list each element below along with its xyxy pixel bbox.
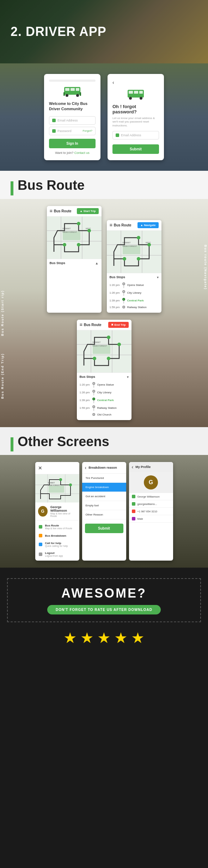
login-section: Welcome to City Bus Driver Community Ema… <box>0 63 208 171</box>
forgot-desc: Let us know your email address & we'll m… <box>112 117 159 127</box>
logout-icon <box>39 552 42 556</box>
svg-rect-10 <box>134 91 138 94</box>
svg-point-35 <box>137 257 140 261</box>
rate-button[interactable]: DON'T FORGET TO RATE US AFTER DOWNLOAD <box>47 605 161 614</box>
star-5[interactable]: ★ <box>131 629 145 647</box>
profile-info: George Williamson Map & live view of Rou… <box>50 505 77 517</box>
svg-point-22 <box>77 243 80 246</box>
bus-stops-label-2: Bus Stops <box>110 275 126 279</box>
reason-engine[interactable]: Engine breakdown <box>82 483 126 492</box>
stop-item: 1:59 pm Railway Station <box>80 404 129 412</box>
bus-stops-bar-2[interactable]: Bus Stops ▾ <box>107 273 161 281</box>
star-4[interactable]: ★ <box>114 629 128 647</box>
green-bar-2 <box>11 437 13 451</box>
start-trip-header: ≡ Bus Route ▲ Start Trip <box>47 206 102 217</box>
svg-rect-11 <box>139 91 143 94</box>
reason-fuel[interactable]: Empty fuel <box>82 501 126 510</box>
breakdown-submit-wrap: Submit <box>82 519 126 536</box>
chevron-down-icon[interactable]: ▲ <box>95 261 99 265</box>
navigate-map: SUMMIT VIEW FOREST WEST <box>107 231 161 273</box>
password-input[interactable]: Password Forgot? <box>49 127 96 135</box>
svg-rect-57 <box>49 486 64 493</box>
stop-item: 1:26 pm City Library <box>110 289 159 297</box>
email-icon <box>52 119 56 122</box>
star-3[interactable]: ★ <box>97 629 111 647</box>
svg-point-48 <box>107 357 110 360</box>
chevron-down-icon-3[interactable]: ▾ <box>127 375 129 379</box>
name-icon <box>132 495 135 498</box>
signin-button[interactable]: Sign In <box>49 139 96 148</box>
bus-stops-bar[interactable]: Bus Stops ▲ <box>47 259 102 267</box>
profile-name: George Williamson <box>50 505 77 512</box>
stop-dot <box>92 390 95 393</box>
end-trip-title: ≡ Bus Route <box>80 322 102 327</box>
profile-email-row: georgewilliams... <box>129 500 173 508</box>
navigate-button[interactable]: ▲ Navigate <box>137 222 159 228</box>
reason-accident[interactable]: Got an accident <box>82 492 126 501</box>
close-icon[interactable]: ✕ <box>38 465 42 471</box>
contact-link[interactable]: Contact us <box>74 151 90 155</box>
stop-dot <box>122 290 125 293</box>
back-icon-profile[interactable]: ‹ <box>132 464 134 470</box>
bus-route-title: Bus Route <box>18 178 85 193</box>
menu-item-breakdown[interactable]: Bus Breakdown <box>35 532 79 539</box>
breakdown-phone: ‹ Breakdown reason Tire Punctured Engine… <box>82 462 126 561</box>
drawer-phone: ✕ SUMMIT VIEW FOREST G George Williams <box>35 462 79 561</box>
end-trip-row: ≡ Bus Route ✖ End Trip <box>7 320 201 420</box>
bus-stops-label-3: Bus Stops <box>80 375 96 379</box>
menu-icon-3[interactable]: ≡ <box>80 322 82 327</box>
star-1[interactable]: ★ <box>63 629 77 647</box>
breakdown-title: Breakdown reason <box>88 466 117 469</box>
menu-item-call[interactable]: Call for help Quick calling for help <box>35 539 79 549</box>
profile-name-row: George Williamson <box>129 493 173 500</box>
stop-dot <box>92 405 95 408</box>
menu-icon-2[interactable]: ≡ <box>110 222 112 228</box>
back-icon-breakdown[interactable]: ‹ <box>85 465 87 470</box>
navigate-title: ≡ Bus Route <box>110 222 131 228</box>
menu-item-logout[interactable]: Logout Logout from app <box>35 549 79 559</box>
stop-dot <box>92 382 95 385</box>
bus-route-header: Bus Route <box>0 171 208 199</box>
profile-screen-title: My Profile <box>135 465 151 469</box>
top-screens-row: ≡ Bus Route ▲ Start Trip <box>7 206 201 313</box>
reason-other[interactable]: Other Reason <box>82 510 126 519</box>
stop-dot <box>122 306 125 308</box>
star-2[interactable]: ★ <box>80 629 94 647</box>
forgot-submit-button[interactable]: Submit <box>112 144 159 154</box>
route-section: Bus Route (Start rip) Bus route (Navigat… <box>0 199 208 427</box>
svg-rect-7 <box>80 92 81 96</box>
route-section-wrapper: Bus Route (Start rip) Bus route (Navigat… <box>0 199 208 427</box>
svg-text:SUMMIT: SUMMIT <box>92 341 101 343</box>
svg-point-13 <box>140 97 142 100</box>
drawer-header: ✕ <box>35 462 79 474</box>
chevron-down-icon-2[interactable]: ▾ <box>157 275 159 279</box>
back-arrow[interactable]: ‹ <box>112 80 159 85</box>
drawer-map-bg: SUMMIT VIEW FOREST <box>35 474 79 502</box>
contact-text: Want to join? Contact us <box>49 151 96 155</box>
menu-item-bus-route[interactable]: Bus Route Map & live view of Route <box>35 522 79 532</box>
start-trip-title: ≡ Bus Route <box>50 208 72 214</box>
svg-point-5 <box>76 94 79 97</box>
svg-text:SUMMIT: SUMMIT <box>48 482 55 484</box>
menu-item-content-call: Call for help Quick calling for help <box>45 542 68 547</box>
avatar: G <box>38 506 48 517</box>
menu-icon[interactable]: ≡ <box>50 208 53 214</box>
breakdown-submit-button[interactable]: Submit <box>85 524 123 533</box>
other-screens-bg: ✕ SUMMIT VIEW FOREST G George Williams <box>0 455 208 568</box>
stops-list-end: 1:20 pm Opera Statue 1:26 pm City Librar… <box>77 381 131 420</box>
svg-text:VIEW FOREST: VIEW FOREST <box>62 231 77 233</box>
bus-stops-bar-3[interactable]: Bus Stops ▾ <box>77 373 131 381</box>
reason-tire[interactable]: Tire Punctured <box>82 474 126 483</box>
start-trip-button[interactable]: ▲ Start Trip <box>77 208 98 214</box>
email-input[interactable]: Email Address <box>49 116 96 125</box>
forgot-link[interactable]: Forgot? <box>82 129 92 132</box>
stop-item: 1:39 pm Central Park <box>80 396 129 404</box>
v-label-start: Bus Route (Start rip) <box>1 290 4 336</box>
end-trip-header: ≡ Bus Route ✖ End Trip <box>77 320 131 330</box>
forgot-email-input[interactable]: Email Address <box>112 131 159 139</box>
stop-item: 1:59 pm Railway Station <box>110 305 159 310</box>
profile-row: G George Williamson Map & live view of R… <box>35 502 79 520</box>
stop-dot <box>92 413 95 416</box>
green-bar <box>11 181 13 195</box>
end-trip-button[interactable]: ✖ End Trip <box>108 322 128 328</box>
